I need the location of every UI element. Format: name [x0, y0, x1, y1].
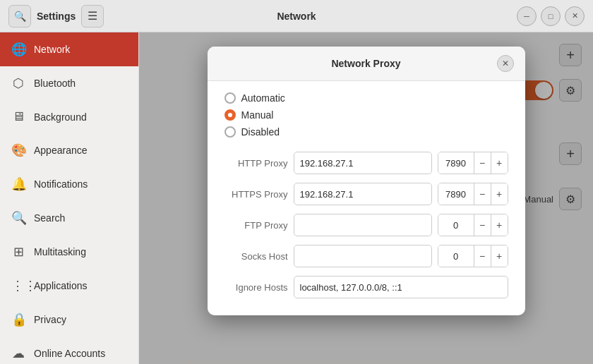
notifications-icon: 🔔: [11, 176, 25, 192]
radio-disabled-label: Disabled: [241, 126, 280, 138]
radio-disabled[interactable]: Disabled: [224, 126, 508, 138]
menu-icon: ☰: [88, 9, 97, 23]
sidebar-item-search[interactable]: 🔍 Search: [0, 201, 138, 235]
ftp-proxy-host-input[interactable]: [294, 214, 432, 236]
ignore-hosts-row: Ignore Hosts: [224, 276, 508, 298]
applications-icon: ⋮⋮: [11, 278, 25, 293]
search-icon: 🔍: [11, 210, 25, 226]
socks-host-input[interactable]: [294, 245, 432, 267]
sidebar-label-network: Network: [34, 44, 70, 55]
sidebar-item-online-accounts[interactable]: ☁ Online Accounts: [0, 336, 138, 364]
https-proxy-host-input[interactable]: [294, 183, 432, 205]
https-proxy-label: HTTPS Proxy: [224, 189, 288, 200]
radio-automatic-circle: [224, 92, 236, 104]
http-proxy-host-input[interactable]: [294, 152, 432, 174]
sidebar-label-bluetooth: Bluetooth: [34, 78, 76, 89]
https-proxy-port-increment[interactable]: +: [491, 183, 508, 205]
sidebar-item-applications[interactable]: ⋮⋮ Applications: [0, 269, 138, 303]
sidebar-item-multitasking[interactable]: ⊞ Multitasking: [0, 235, 138, 269]
sidebar-label-search: Search: [34, 212, 65, 224]
sidebar-item-notifications[interactable]: 🔔 Notifications: [0, 167, 138, 201]
sidebar-item-privacy[interactable]: 🔒 Privacy: [0, 303, 138, 336]
main-window: 🔍 Settings ☰ Network ─ □ ✕ 🌐 Networ: [0, 0, 593, 364]
http-proxy-port-increment[interactable]: +: [491, 152, 508, 174]
settings-title: Settings: [37, 11, 76, 22]
sidebar-label-privacy: Privacy: [34, 314, 66, 325]
search-button[interactable]: 🔍: [8, 5, 31, 28]
titlebar-left: 🔍 Settings ☰: [8, 5, 200, 28]
menu-button[interactable]: ☰: [81, 5, 104, 28]
search-icon: 🔍: [14, 11, 26, 22]
radio-manual[interactable]: Manual: [224, 109, 508, 121]
titlebar: 🔍 Settings ☰ Network ─ □ ✕: [0, 0, 593, 32]
proxy-mode-group: Automatic Manual Disabled: [224, 92, 508, 138]
radio-automatic[interactable]: Automatic: [224, 92, 508, 104]
http-proxy-port-decrement[interactable]: −: [474, 152, 491, 174]
dialog-title: Network Proxy: [236, 58, 497, 69]
sidebar-label-applications: Applications: [34, 280, 88, 291]
dialog-titlebar: Network Proxy ✕: [208, 47, 525, 81]
sidebar-label-appearance: Appearance: [34, 145, 88, 156]
socks-port-input[interactable]: [438, 245, 474, 267]
content-area: 🌐 Network ⬡ Bluetooth 🖥 Background 🎨 App…: [0, 32, 593, 364]
close-icon: ✕: [572, 11, 578, 20]
http-proxy-port-input[interactable]: [438, 152, 474, 174]
ftp-proxy-port-group: − +: [438, 214, 508, 236]
radio-disabled-circle: [224, 126, 236, 138]
dialog-close-button[interactable]: ✕: [497, 55, 514, 72]
network-proxy-dialog: Network Proxy ✕ Automatic: [208, 47, 525, 315]
titlebar-right: ─ □ ✕: [393, 6, 585, 26]
dialog-close-icon: ✕: [502, 59, 509, 68]
main-content: + ⚙ + Manual ⚙: [139, 32, 593, 364]
socks-port-increment[interactable]: +: [491, 245, 508, 267]
proxy-fields: HTTP Proxy − + HTTPS Proxy: [224, 152, 508, 298]
sidebar-item-background[interactable]: 🖥 Background: [0, 100, 138, 133]
background-icon: 🖥: [11, 109, 25, 124]
ignore-hosts-label: Ignore Hosts: [224, 282, 288, 293]
radio-automatic-label: Automatic: [241, 92, 285, 104]
sidebar-item-bluetooth[interactable]: ⬡ Bluetooth: [0, 66, 138, 100]
radio-manual-label: Manual: [241, 109, 274, 121]
maximize-icon: □: [549, 12, 553, 20]
sidebar-item-network[interactable]: 🌐 Network: [0, 32, 138, 66]
bluetooth-icon: ⬡: [11, 75, 25, 91]
socks-port-decrement[interactable]: −: [474, 245, 491, 267]
minimize-button[interactable]: ─: [517, 6, 537, 26]
privacy-icon: 🔒: [11, 312, 25, 327]
radio-manual-circle: [224, 109, 236, 121]
https-proxy-port-decrement[interactable]: −: [474, 183, 491, 205]
ftp-proxy-port-decrement[interactable]: −: [474, 214, 491, 236]
ftp-proxy-label: FTP Proxy: [224, 220, 288, 231]
multitasking-icon: ⊞: [11, 244, 25, 260]
dialog-overlay: Network Proxy ✕ Automatic: [139, 32, 593, 364]
sidebar: 🌐 Network ⬡ Bluetooth 🖥 Background 🎨 App…: [0, 32, 139, 364]
http-proxy-port-group: − +: [438, 152, 508, 174]
sidebar-label-background: Background: [34, 111, 87, 123]
socks-port-group: − +: [438, 245, 508, 267]
ftp-proxy-port-input[interactable]: [438, 214, 474, 236]
network-title: Network: [200, 11, 393, 22]
socks-host-label: Socks Host: [224, 251, 288, 262]
network-icon: 🌐: [11, 42, 25, 57]
socks-host-row: Socks Host − +: [224, 245, 508, 267]
sidebar-label-notifications: Notifications: [34, 178, 88, 190]
ftp-proxy-port-increment[interactable]: +: [491, 214, 508, 236]
https-proxy-row: HTTPS Proxy − +: [224, 183, 508, 205]
https-proxy-port-input[interactable]: [438, 183, 474, 205]
http-proxy-row: HTTP Proxy − +: [224, 152, 508, 174]
minimize-icon: ─: [524, 12, 529, 20]
appearance-icon: 🎨: [11, 142, 25, 158]
ignore-hosts-input[interactable]: [294, 276, 508, 298]
https-proxy-port-group: − +: [438, 183, 508, 205]
sidebar-label-multitasking: Multitasking: [34, 246, 86, 257]
sidebar-item-appearance[interactable]: 🎨 Appearance: [0, 133, 138, 167]
maximize-button[interactable]: □: [541, 6, 561, 26]
close-button[interactable]: ✕: [565, 6, 585, 26]
sidebar-label-online-accounts: Online Accounts: [34, 348, 105, 359]
online-accounts-icon: ☁: [11, 346, 25, 361]
ftp-proxy-row: FTP Proxy − +: [224, 214, 508, 236]
http-proxy-label: HTTP Proxy: [224, 158, 288, 169]
dialog-body: Automatic Manual Disabled: [208, 81, 525, 315]
